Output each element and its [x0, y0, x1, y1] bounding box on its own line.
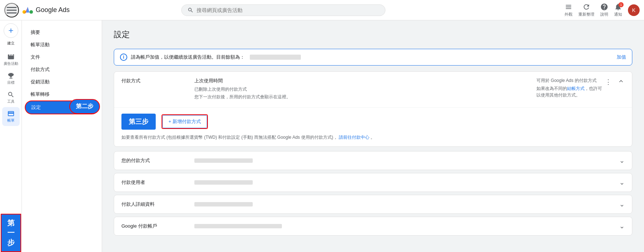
appearance-label: 外觀 [565, 12, 573, 17]
header-search [181, 4, 385, 16]
sidebar: 建立 廣告活動 目標 工具 帳單 第 一 步 [0, 20, 22, 252]
payment-card-controls: ⋮ [602, 78, 625, 86]
more-options-button[interactable]: ⋮ [602, 78, 614, 86]
appearance-action[interactable]: 外觀 [565, 3, 573, 17]
reorganize-action[interactable]: 重新整理 [578, 3, 594, 17]
expandable-row-payment-users[interactable]: 付款使用者 ⌄ [114, 173, 632, 192]
nav-item-payment-methods[interactable]: 付款方式 [22, 63, 102, 76]
nav-item-promotions[interactable]: 促銷活動 [22, 76, 102, 88]
campaigns-label: 廣告活動 [4, 61, 18, 66]
step3-button[interactable]: 第三步 [121, 114, 156, 130]
header-left: Google Ads [4, 3, 92, 17]
payment-card-body: 第三步 + 新增付款方式 如要查看所有付款方式 (包括根據所選貨幣 (TWD) … [114, 108, 632, 146]
nav-item-account-activity[interactable]: 帳單活動 [22, 39, 102, 51]
notification-action[interactable]: 1 通知 [614, 3, 622, 17]
app-body: 建立 廣告活動 目標 工具 帳單 第 一 步 摘要 帳單活動 [0, 20, 644, 252]
tools-label: 工具 [7, 99, 15, 104]
nav-settings-wrapper: 設定 第二步 [22, 101, 102, 114]
header: Google Ads 外觀 重新整理 說明 1 通知 K [0, 0, 644, 20]
payment-blur-1 [194, 158, 253, 163]
balance-blur [250, 55, 301, 60]
menu-button[interactable] [4, 3, 19, 17]
checkout-link[interactable]: 結帳方式 [567, 86, 585, 91]
payment-col-method-header: 付款方式 [121, 78, 187, 84]
payment-card-header: 付款方式 上次使用時間 已刪除上次使用的付款方式 您下一次付款後，所用的付款方式… [114, 72, 632, 108]
add-payment-outline: + 新增付款方式 [162, 114, 208, 129]
payment-blur-2 [194, 180, 253, 185]
chevron-down-icon-3: ⌄ [619, 200, 625, 208]
help-action[interactable]: 說明 [600, 3, 608, 17]
collapse-button[interactable] [617, 78, 625, 86]
app-title: Google Ads [36, 6, 70, 14]
notification-label: 通知 [614, 12, 622, 17]
main-content: 設定 i 請為帳戶加值，以便繼續放送廣告活動。目前餘額為： 加值 付款方式 上次… [102, 20, 644, 252]
payment-blur-4 [194, 224, 282, 228]
search-box[interactable] [181, 4, 385, 16]
payment-blur-3 [194, 202, 253, 206]
sidebar-item-campaigns[interactable]: 廣告活動 [0, 50, 22, 69]
payment-card: 付款方式 上次使用時間 已刪除上次使用的付款方式 您下一次付款後，所用的付款方式… [114, 71, 632, 147]
add-payment-button[interactable]: + 新增付款方式 [162, 115, 207, 128]
info-banner: i 請為帳戶加值，以便繼續放送廣告活動。目前餘額為： 加值 [114, 49, 632, 66]
add-payment-wrapper: 第三步 + 新增付款方式 [121, 114, 625, 130]
sidebar-item-tools[interactable]: 工具 [0, 88, 22, 107]
header-actions: 外觀 重新整理 說明 1 通知 K [565, 3, 640, 17]
chevron-down-icon-4: ⌄ [619, 222, 625, 230]
app-logo: Google Ads [22, 4, 70, 16]
create-label: 建立 [7, 41, 15, 46]
nav-item-account-transfer[interactable]: 帳單轉移 [22, 88, 102, 101]
expandable-row-your-payment[interactable]: 您的付款方式 ⌄ [114, 151, 632, 170]
payment-center-link[interactable]: 請前往付款中心 [339, 135, 369, 140]
payment-col-info-header: 可用於 Google Ads 的付款方式 如果改為不同的結帳方式，也許可以使用其… [529, 78, 602, 98]
info-banner-text: 請為帳戶加值，以便繼續放送廣告活動。目前餘額為： [131, 54, 245, 60]
chevron-down-icon-2: ⌄ [619, 178, 625, 186]
step1-indicator: 第 一 步 [1, 214, 21, 252]
info-banner-left: i 請為帳戶加值，以便繼續放送廣告活動。目前餘額為： [120, 54, 301, 61]
expandable-row-payment-person[interactable]: 付款人詳細資料 ⌄ [114, 195, 632, 214]
avatar[interactable]: K [628, 4, 640, 16]
info-icon: i [120, 54, 127, 61]
nav-item-documents[interactable]: 文件 [22, 51, 102, 63]
sidebar-item-goals[interactable]: 目標 [0, 69, 22, 88]
payment-note: 如要查看所有付款方式 (包括根據所選貨幣 (TWD) 和付款設定 (手動) 而無… [121, 134, 625, 141]
sidebar-item-billing[interactable]: 帳單 [2, 107, 20, 126]
page-title: 設定 [114, 29, 632, 40]
svg-point-1 [30, 10, 33, 14]
notification-badge: 1 [618, 2, 624, 7]
payment-col-last-used-header: 上次使用時間 已刪除上次使用的付款方式 您下一次付款後，所用的付款方式會顯示在這… [187, 78, 529, 102]
search-input[interactable] [197, 7, 379, 13]
chevron-down-icon-1: ⌄ [619, 157, 625, 165]
add-funds-link[interactable]: 加值 [617, 54, 626, 60]
search-icon [187, 7, 194, 13]
expandable-row-google-pay[interactable]: Google 付款帳戶 ⌄ [114, 217, 632, 236]
help-label: 說明 [600, 12, 608, 17]
nav-item-summary[interactable]: 摘要 [22, 26, 102, 39]
nav-panel: 摘要 帳單活動 文件 付款方式 促銷活動 帳單轉移 設定 第二步 [22, 20, 102, 252]
reorganize-label: 重新整理 [578, 12, 594, 17]
create-button[interactable] [4, 23, 18, 38]
google-ads-logo-icon [22, 4, 34, 16]
billing-label: 帳單 [7, 118, 15, 123]
goals-label: 目標 [7, 80, 15, 85]
step2-button[interactable]: 第二步 [69, 99, 100, 114]
payment-info-note: 如果改為不同的結帳方式，也許可以使用其他付款方式。 [536, 85, 602, 98]
